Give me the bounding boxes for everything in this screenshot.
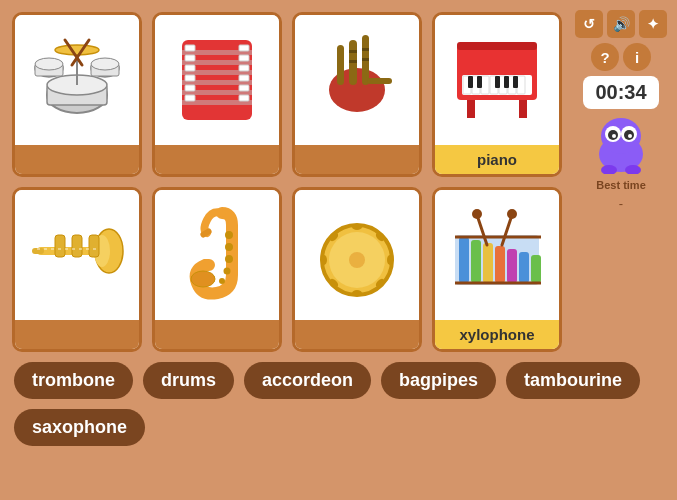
svg-rect-98 — [495, 246, 505, 283]
svg-rect-101 — [531, 255, 541, 283]
svg-rect-62 — [477, 76, 482, 88]
svg-rect-34 — [185, 85, 195, 91]
svg-point-76 — [225, 231, 233, 239]
svg-rect-32 — [185, 65, 195, 71]
svg-rect-47 — [349, 50, 357, 53]
svg-point-78 — [225, 255, 233, 263]
word-tile-drums[interactable]: drums — [143, 362, 234, 399]
card-image-trombone — [15, 190, 139, 320]
svg-rect-31 — [185, 55, 195, 61]
svg-point-103 — [472, 209, 482, 219]
svg-rect-66 — [467, 100, 475, 118]
help-question-button[interactable]: ? — [591, 43, 619, 71]
cards-row-2: xylophone — [12, 187, 665, 352]
word-tile-trombone[interactable]: trombone — [14, 362, 133, 399]
card-label-drums — [15, 145, 139, 174]
sound-button[interactable]: 🔊 — [607, 10, 635, 38]
svg-rect-40 — [239, 85, 249, 91]
svg-rect-100 — [519, 252, 529, 283]
card-trombone[interactable] — [12, 187, 142, 352]
svg-rect-46 — [367, 78, 392, 84]
svg-rect-71 — [55, 235, 65, 257]
svg-rect-61 — [468, 76, 473, 88]
svg-point-105 — [507, 209, 517, 219]
svg-point-77 — [225, 243, 233, 251]
word-tile-tambourine[interactable]: tambourine — [506, 362, 640, 399]
svg-rect-65 — [513, 76, 518, 88]
card-image-piano — [435, 15, 559, 145]
card-saxophone[interactable] — [152, 187, 282, 352]
svg-rect-45 — [337, 45, 344, 85]
svg-rect-41 — [239, 95, 249, 101]
card-label-trombone — [15, 320, 139, 349]
card-piano[interactable]: piano — [432, 12, 562, 177]
svg-point-18 — [91, 58, 119, 70]
card-accordeon[interactable] — [152, 12, 282, 177]
card-image-tambourine — [295, 190, 419, 320]
card-tambourine[interactable] — [292, 187, 422, 352]
restart-button[interactable]: ↺ — [575, 10, 603, 38]
card-label-accordeon — [155, 145, 279, 174]
timer-display: 00:34 — [583, 76, 658, 109]
card-image-accordeon — [155, 15, 279, 145]
card-label-saxophone — [155, 320, 279, 349]
card-image-drums — [15, 15, 139, 145]
svg-point-7 — [628, 134, 632, 138]
card-image-xylophone — [435, 190, 559, 320]
right-panel: ↺ 🔊 ✦ ? i 00:34 Best time - — [575, 10, 667, 211]
svg-point-91 — [321, 255, 327, 265]
svg-rect-67 — [519, 100, 527, 118]
svg-point-93 — [349, 252, 365, 268]
settings-button[interactable]: ✦ — [639, 10, 667, 38]
card-bagpipes[interactable] — [292, 12, 422, 177]
svg-rect-37 — [239, 55, 249, 61]
word-tile-saxophone[interactable]: saxophone — [14, 409, 145, 446]
svg-point-15 — [35, 58, 63, 70]
svg-rect-56 — [481, 76, 489, 94]
svg-rect-99 — [507, 249, 517, 283]
svg-rect-97 — [483, 243, 493, 283]
card-label-bagpipes — [295, 145, 419, 174]
svg-point-19 — [55, 45, 99, 55]
svg-point-80 — [219, 278, 225, 284]
svg-point-87 — [387, 255, 393, 265]
svg-rect-30 — [185, 45, 195, 51]
svg-rect-39 — [239, 75, 249, 81]
card-image-saxophone — [155, 190, 279, 320]
best-time-label: Best time — [596, 179, 646, 191]
svg-rect-95 — [459, 237, 469, 283]
svg-rect-63 — [495, 76, 500, 88]
monster-character — [591, 114, 651, 174]
svg-rect-64 — [504, 76, 509, 88]
svg-rect-73 — [89, 235, 99, 257]
control-buttons: ↺ 🔊 ✦ — [575, 10, 667, 38]
svg-rect-48 — [349, 60, 357, 63]
card-xylophone[interactable]: xylophone — [432, 187, 562, 352]
svg-point-6 — [612, 134, 616, 138]
svg-point-85 — [352, 224, 362, 230]
svg-point-81 — [191, 271, 215, 287]
svg-rect-38 — [239, 65, 249, 71]
svg-rect-72 — [72, 235, 82, 257]
svg-point-79 — [224, 268, 231, 275]
svg-rect-33 — [185, 75, 195, 81]
card-image-bagpipes — [295, 15, 419, 145]
svg-rect-96 — [471, 240, 481, 283]
words-section: trombone drums accordeon bagpipes tambou… — [12, 362, 665, 446]
svg-rect-50 — [362, 58, 369, 61]
svg-rect-36 — [239, 45, 249, 51]
cards-row-1: piano — [12, 12, 665, 177]
card-drums[interactable] — [12, 12, 142, 177]
svg-point-89 — [352, 290, 362, 296]
card-label-tambourine — [295, 320, 419, 349]
svg-rect-35 — [185, 95, 195, 101]
svg-rect-49 — [362, 48, 369, 51]
card-label-piano: piano — [435, 145, 559, 174]
word-tile-bagpipes[interactable]: bagpipes — [381, 362, 496, 399]
card-label-xylophone: xylophone — [435, 320, 559, 349]
help-buttons: ? i — [591, 43, 651, 71]
best-time-value: - — [619, 196, 623, 211]
help-info-button[interactable]: i — [623, 43, 651, 71]
svg-rect-60 — [517, 76, 525, 94]
word-tile-accordeon[interactable]: accordeon — [244, 362, 371, 399]
